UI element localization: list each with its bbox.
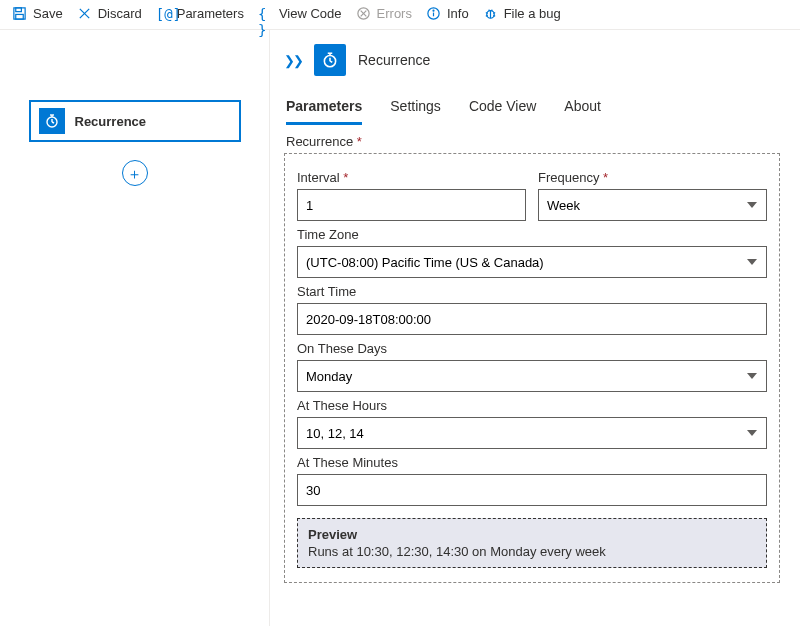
tab-settings[interactable]: Settings — [390, 92, 441, 124]
info-label: Info — [447, 6, 469, 21]
starttime-label: Start Time — [297, 284, 767, 299]
preview-text: Runs at 10:30, 12:30, 14:30 on Monday ev… — [308, 544, 756, 559]
errors-label: Errors — [377, 6, 412, 21]
recurrence-form: Interval * Frequency * Week Time Zone (U… — [284, 153, 780, 583]
svg-line-21 — [52, 122, 54, 123]
details-panel: ❯❯ Recurrence Parameters Settings Code V… — [270, 30, 800, 626]
tabs: Parameters Settings Code View About — [284, 92, 780, 124]
recurrence-node-label: Recurrence — [75, 114, 147, 129]
view-code-icon: { } — [258, 6, 273, 21]
view-code-label: View Code — [279, 6, 342, 21]
preview-title: Preview — [308, 527, 756, 542]
discard-label: Discard — [98, 6, 142, 21]
days-label: On These Days — [297, 341, 767, 356]
clock-icon — [321, 51, 339, 69]
interval-label: Interval * — [297, 170, 526, 185]
timezone-select[interactable]: (UTC-08:00) Pacific Time (US & Canada) — [297, 246, 767, 278]
tab-code-view[interactable]: Code View — [469, 92, 536, 124]
save-button[interactable]: Save — [12, 6, 63, 21]
parameters-icon: [@] — [156, 6, 171, 21]
minutes-label: At These Minutes — [297, 455, 767, 470]
bug-icon — [483, 6, 498, 21]
file-bug-label: File a bug — [504, 6, 561, 21]
panel-header: ❯❯ Recurrence — [284, 44, 780, 76]
svg-line-14 — [493, 13, 495, 14]
interval-input[interactable] — [297, 189, 526, 221]
discard-icon — [77, 6, 92, 21]
section-label: Recurrence * — [286, 134, 780, 149]
info-icon — [426, 6, 441, 21]
svg-point-10 — [433, 10, 434, 11]
plus-icon: ＋ — [127, 166, 142, 181]
errors-icon — [356, 6, 371, 21]
hours-select[interactable]: 10, 12, 14 — [297, 417, 767, 449]
workspace: Recurrence ＋ ❯❯ Recurrence Parameters Se… — [0, 30, 800, 626]
days-select[interactable]: Monday — [297, 360, 767, 392]
tab-parameters[interactable]: Parameters — [286, 92, 362, 125]
info-button[interactable]: Info — [426, 6, 469, 21]
svg-rect-2 — [16, 14, 24, 19]
canvas: Recurrence ＋ — [0, 30, 270, 626]
tab-about[interactable]: About — [564, 92, 601, 124]
file-bug-button[interactable]: File a bug — [483, 6, 561, 21]
save-label: Save — [33, 6, 63, 21]
svg-line-13 — [485, 13, 487, 14]
minutes-input[interactable] — [297, 474, 767, 506]
recurrence-node-icon-box — [39, 108, 65, 134]
panel-icon-box — [314, 44, 346, 76]
view-code-button[interactable]: { } View Code — [258, 6, 342, 21]
add-step-button[interactable]: ＋ — [122, 160, 148, 186]
timezone-label: Time Zone — [297, 227, 767, 242]
save-icon — [12, 6, 27, 21]
svg-line-26 — [330, 61, 332, 62]
discard-button[interactable]: Discard — [77, 6, 142, 21]
frequency-label: Frequency * — [538, 170, 767, 185]
recurrence-node[interactable]: Recurrence — [29, 100, 241, 142]
clock-icon — [44, 113, 60, 129]
svg-rect-1 — [16, 8, 22, 12]
starttime-input[interactable] — [297, 303, 767, 335]
required-asterisk: * — [357, 134, 362, 149]
preview-box: Preview Runs at 10:30, 12:30, 14:30 on M… — [297, 518, 767, 568]
errors-button: Errors — [356, 6, 412, 21]
parameters-label: Parameters — [177, 6, 244, 21]
svg-line-16 — [493, 15, 495, 16]
collapse-panel-button[interactable]: ❯❯ — [284, 53, 302, 68]
panel-title: Recurrence — [358, 52, 430, 68]
frequency-select[interactable]: Week — [538, 189, 767, 221]
svg-line-15 — [485, 15, 487, 16]
toolbar: Save Discard [@] Parameters { } View Cod… — [0, 0, 800, 30]
svg-line-17 — [488, 10, 489, 11]
parameters-button[interactable]: [@] Parameters — [156, 6, 244, 21]
svg-line-18 — [491, 10, 492, 11]
hours-label: At These Hours — [297, 398, 767, 413]
